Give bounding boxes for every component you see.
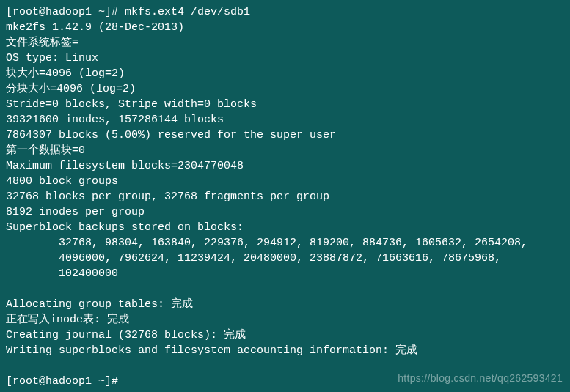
output-inodes-per-group: 8192 inodes per group [6, 204, 564, 220]
output-creating-journal: Creating journal (32768 blocks): 完成 [6, 328, 564, 343]
output-superblock-list-3: 102400000 [6, 266, 564, 281]
output-os-type: OS type: Linux [6, 51, 564, 66]
output-blank-1 [6, 281, 564, 297]
output-first-data-block: 第一个数据块=0 [6, 143, 564, 158]
output-max-fs-blocks: Maximum filesystem blocks=2304770048 [6, 158, 564, 174]
prompt-line-1[interactable]: [root@hadoop1 ~]# mkfs.ext4 /dev/sdb1 [6, 4, 564, 20]
output-allocating-tables: Allocating group tables: 完成 [6, 297, 564, 312]
output-superblock-list-1: 32768, 98304, 163840, 229376, 294912, 81… [6, 235, 564, 251]
output-blocks-per-group: 32768 blocks per group, 32768 fragments … [6, 189, 564, 204]
output-inodes-blocks: 39321600 inodes, 157286144 blocks [6, 112, 564, 127]
output-reserved-blocks: 7864307 blocks (5.00%) reserved for the … [6, 127, 564, 143]
output-mke2fs-version: mke2fs 1.42.9 (28-Dec-2013) [6, 20, 564, 35]
output-writing-inode: 正在写入inode表: 完成 [6, 312, 564, 328]
output-writing-superblocks: Writing superblocks and filesystem accou… [6, 343, 564, 358]
prompt-prefix: [root@hadoop1 ~]# [6, 6, 118, 18]
output-fragment-size: 分块大小=4096 (log=2) [6, 81, 564, 97]
output-superblock-header: Superblock backups stored on blocks: [6, 220, 564, 235]
watermark-text: https://blog.csdn.net/qq262593421 [398, 371, 563, 386]
output-superblock-list-2: 4096000, 7962624, 11239424, 20480000, 23… [6, 251, 564, 266]
output-stride: Stride=0 blocks, Stripe width=0 blocks [6, 97, 564, 112]
prompt-prefix-2: [root@hadoop1 ~]# [6, 375, 118, 388]
output-fs-label: 文件系统标签= [6, 35, 564, 51]
output-block-groups: 4800 block groups [6, 174, 564, 189]
output-block-size: 块大小=4096 (log=2) [6, 66, 564, 81]
command-text: mkfs.ext4 /dev/sdb1 [125, 6, 250, 18]
